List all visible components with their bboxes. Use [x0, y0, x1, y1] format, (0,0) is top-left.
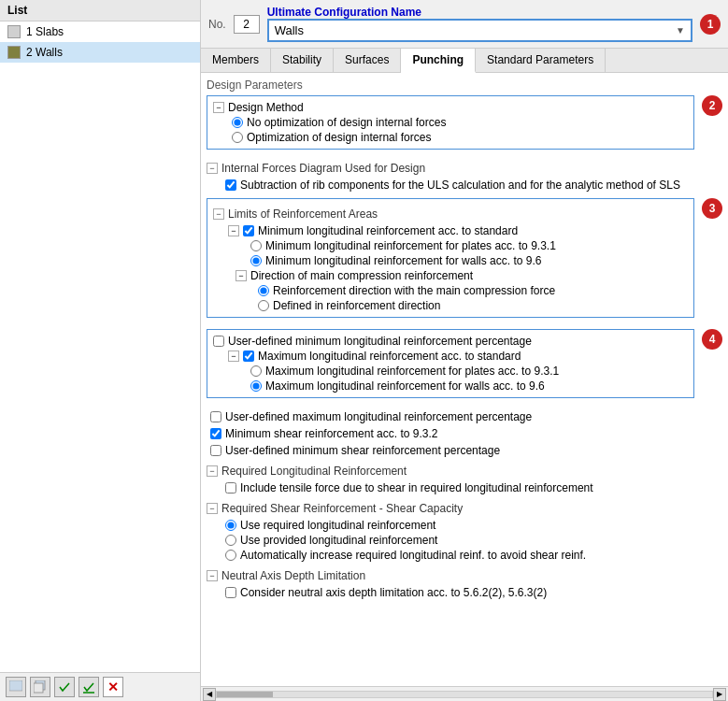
badge-1: 1	[700, 14, 721, 35]
use-prov-long-radio[interactable]	[225, 535, 236, 546]
tab-standard-parameters[interactable]: Standard Parameters	[476, 49, 606, 72]
direction-expand[interactable]: −	[236, 270, 247, 281]
delete-button[interactable]: ✕	[103, 677, 123, 697]
scrollbar-thumb[interactable]	[217, 692, 273, 697]
user-defined-min-shear-item[interactable]: User-defined minimum shear reinforcement…	[207, 443, 722, 458]
radio-min-walls-input[interactable]	[250, 255, 262, 266]
max-long-checkbox[interactable]	[243, 350, 254, 362]
add-button[interactable]	[6, 677, 26, 697]
radio-main-comp-label: Reinforcement direction with the main co…	[273, 284, 555, 297]
max-group: User-defined minimum longitudinal reinfo…	[207, 329, 694, 398]
limits-expand[interactable]: −	[213, 208, 224, 220]
neutral-axis-item[interactable]: Consider neutral axis depth limitation a…	[207, 585, 722, 600]
tensile-force-item[interactable]: Include tensile force due to shear in re…	[207, 480, 722, 495]
scroll-left-arrow[interactable]: ◀	[203, 688, 216, 701]
check-button[interactable]	[54, 677, 75, 697]
max-long-parent[interactable]: − Maximum longitudinal reinforcement acc…	[213, 349, 688, 364]
min-long-expand[interactable]: −	[228, 225, 239, 236]
auto-increase-radio[interactable]	[225, 550, 236, 561]
svg-rect-3	[34, 683, 43, 693]
direction-title: Direction of main compression reinforcem…	[250, 269, 473, 282]
radio-max-walls[interactable]: Maximum longitudinal reinforcement for w…	[213, 379, 688, 393]
subtraction-checkbox[interactable]	[225, 179, 236, 191]
neutral-axis-expand[interactable]: −	[207, 570, 218, 581]
radio-max-walls-input[interactable]	[250, 380, 262, 392]
bottom-scrollbar[interactable]: ◀ ▶	[201, 686, 728, 701]
radio-max-plates-input[interactable]	[250, 365, 262, 377]
radio-defined-dir-input[interactable]	[258, 300, 269, 311]
auto-increase-item[interactable]: Automatically increase required longitud…	[207, 548, 722, 563]
user-defined-min-shear-label: User-defined minimum shear reinforcement…	[225, 444, 500, 457]
min-shear-item[interactable]: Minimum shear reinforcement acc. to 9.3.…	[207, 426, 722, 441]
user-defined-min-shear-checkbox[interactable]	[210, 445, 221, 456]
list-item-walls[interactable]: 2 Walls	[0, 42, 200, 63]
radio-min-walls-label: Minimum longitudinal reinforcement for w…	[265, 254, 541, 267]
use-req-long-item[interactable]: Use required longitudinal reinforcement	[207, 518, 722, 533]
user-defined-min-item[interactable]: User-defined minimum longitudinal reinfo…	[213, 334, 688, 349]
max-long-label: Maximum longitudinal reinforcement acc. …	[258, 350, 521, 363]
tabs-bar: Members Stability Surfaces Punching Stan…	[201, 49, 728, 73]
radio-main-compression[interactable]: Reinforcement direction with the main co…	[213, 283, 688, 298]
content-area: Design Parameters − Design Method No opt…	[201, 73, 728, 686]
copy-button[interactable]	[30, 677, 50, 697]
radio-no-optimization[interactable]: No optimization of design internal force…	[213, 115, 688, 130]
config-dropdown[interactable]: Walls ▼	[267, 19, 692, 42]
subtraction-checkbox-item[interactable]: Subtraction of rib components for the UL…	[207, 178, 722, 193]
scrollbar-track[interactable]	[216, 691, 713, 698]
tab-stability[interactable]: Stability	[271, 49, 334, 72]
tab-punching[interactable]: Punching	[401, 49, 476, 73]
tensile-force-checkbox[interactable]	[225, 482, 236, 494]
use-prov-long-item[interactable]: Use provided longitudinal reinforcement	[207, 533, 722, 548]
radio-max-plates[interactable]: Maximum longitudinal reinforcement for p…	[213, 364, 688, 379]
design-method-title: Design Method	[228, 101, 304, 114]
radio-min-plates-input[interactable]	[250, 240, 262, 251]
req-shear-expand[interactable]: −	[207, 503, 218, 514]
internal-forces-expand[interactable]: −	[207, 163, 218, 174]
radio-opt-input[interactable]	[232, 132, 243, 143]
badge-4: 4	[702, 329, 722, 350]
section-title: Design Parameters	[207, 79, 722, 92]
req-long-expand[interactable]: −	[207, 465, 218, 477]
radio-min-plates[interactable]: Minimum longitudinal reinforcement for p…	[213, 238, 688, 253]
radio-defined-direction[interactable]: Defined in reinforcement direction	[213, 298, 688, 313]
radio-optimization[interactable]: Optimization of design internal forces	[213, 130, 688, 145]
neutral-axis-checkbox[interactable]	[225, 587, 236, 598]
config-name-label: Ultimate Configuration Name	[267, 6, 692, 19]
limits-group: − Limits of Reinforcement Areas − Minimu…	[207, 198, 694, 318]
dropdown-arrow-icon: ▼	[676, 25, 685, 36]
radio-no-opt-label: No optimization of design internal force…	[247, 116, 446, 129]
scroll-right-arrow[interactable]: ▶	[713, 688, 726, 701]
list-item-slabs[interactable]: 1 Slabs	[0, 21, 200, 42]
min-long-parent[interactable]: − Minimum longitudinal reinforcement acc…	[213, 223, 688, 238]
user-defined-min-label: User-defined minimum longitudinal reinfo…	[228, 335, 532, 348]
neutral-axis-label: Consider neutral axis depth limitation a…	[240, 586, 547, 599]
user-defined-max-checkbox[interactable]	[210, 411, 221, 422]
radio-main-comp-input[interactable]	[258, 285, 269, 296]
radio-max-walls-label: Maximum longitudinal reinforcement for w…	[265, 379, 545, 393]
walls-color-box	[7, 46, 21, 59]
use-req-long-radio[interactable]	[225, 520, 236, 531]
max-long-expand[interactable]: −	[228, 350, 239, 362]
tab-surfaces[interactable]: Surfaces	[334, 49, 401, 72]
design-method-expand[interactable]: −	[213, 102, 224, 113]
min-long-checkbox[interactable]	[243, 225, 254, 236]
radio-min-walls[interactable]: Minimum longitudinal reinforcement for w…	[213, 253, 688, 268]
user-defined-max-item[interactable]: User-defined maximum longitudinal reinfo…	[207, 409, 722, 424]
top-row: No. 2 Ultimate Configuration Name Walls …	[201, 0, 728, 49]
sidebar-list: 1 Slabs 2 Walls	[0, 21, 200, 672]
radio-min-plates-label: Minimum longitudinal reinforcement for p…	[265, 239, 556, 252]
tensile-force-label: Include tensile force due to shear in re…	[240, 481, 593, 494]
right-panel: No. 2 Ultimate Configuration Name Walls …	[201, 0, 728, 701]
min-shear-checkbox[interactable]	[210, 428, 221, 439]
design-method-header: − Design Method	[213, 100, 688, 115]
tab-members[interactable]: Members	[201, 49, 271, 72]
user-defined-min-checkbox[interactable]	[213, 336, 224, 347]
uncheck-button[interactable]	[79, 677, 99, 697]
limits-title: Limits of Reinforcement Areas	[228, 207, 378, 221]
sidebar-header: List	[0, 0, 200, 21]
badge-3: 3	[702, 198, 722, 219]
neutral-axis-title: Neutral Axis Depth Limitation	[221, 569, 365, 582]
radio-no-opt-input[interactable]	[232, 117, 243, 128]
sidebar: List 1 Slabs 2 Walls	[0, 0, 201, 701]
neutral-axis-header: − Neutral Axis Depth Limitation	[207, 568, 722, 583]
